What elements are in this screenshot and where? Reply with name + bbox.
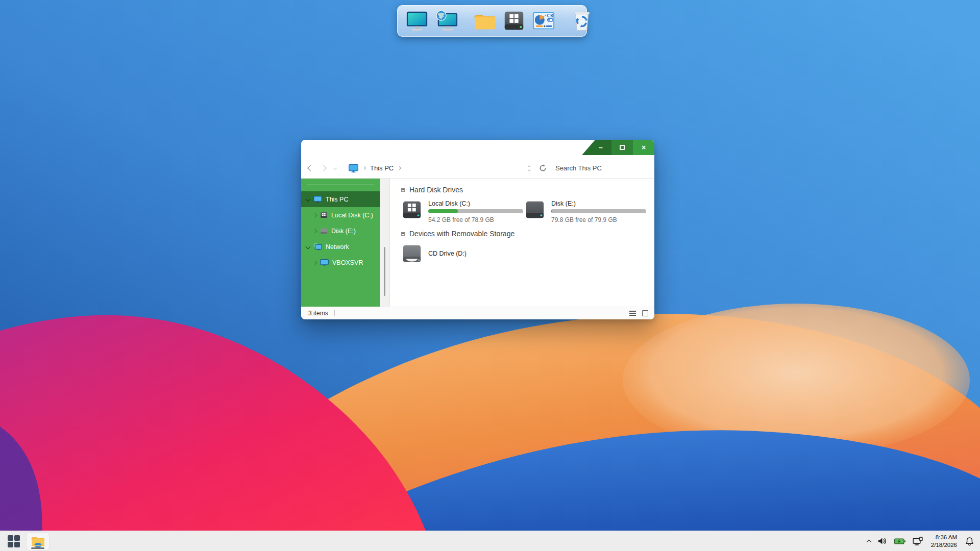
window-controls: – × [582,140,654,155]
address-dropdown-icon[interactable] [528,166,530,171]
scrollbar-thumb[interactable] [384,247,385,296]
drive-name: CD Drive (D:) [428,250,467,257]
sidebar-separator [307,185,374,185]
sidebar-item-disk-e[interactable]: Disk (E:) [301,223,380,239]
statusbar: 3 items [301,307,654,319]
chevron-right-icon[interactable] [313,229,317,233]
drive-name: Disk (E:) [551,200,646,207]
sidebar-item-label: Local Disk (C:) [331,212,373,219]
capacity-bar-fill [428,209,458,213]
windows-grid-icon [8,535,20,547]
network-monitor-icon [313,243,322,251]
drive-details: Local Disk (C:) 54.2 GB free of 78.9 GB [428,200,523,223]
drive-tile-disk-e[interactable]: Disk (E:) 79.8 GB free of 79.9 GB [524,200,647,223]
chevron-down-icon[interactable] [306,197,311,202]
free-space-label: 79.8 GB free of 79.9 GB [551,216,646,223]
status-divider [334,310,335,316]
chevron-right-icon[interactable] [313,260,317,264]
battery-charging-icon[interactable] [894,537,906,545]
capacity-bar [551,209,646,213]
breadcrumb-this-pc[interactable]: This PC [370,164,394,172]
breadcrumb-separator-icon [362,166,366,170]
section-removable-storage: Devices with Removable Storage [401,230,647,238]
sidebar-item-label: Network [326,243,349,251]
notifications-bell-icon[interactable] [965,537,974,546]
start-button[interactable] [5,533,22,550]
file-explorer-window: – × This PC [301,140,654,319]
breadcrumb-separator-icon [398,166,401,170]
chevron-right-icon[interactable] [313,213,317,217]
section-hard-disk-drives: Hard Disk Drives [401,186,647,194]
thumbnail-view-icon[interactable] [642,310,648,316]
monitor-icon [320,259,329,266]
search-input[interactable]: Search This PC [555,164,646,172]
capacity-bar [428,209,523,213]
view-toggles [629,310,648,316]
list-view-icon[interactable] [629,311,636,316]
control-panel-icon[interactable] [532,9,555,33]
recent-locations-chevron-icon[interactable] [333,166,337,170]
sidebar-item-label: VBOXSVR [332,259,363,266]
chevron-down-icon[interactable] [306,244,311,249]
drive-tile-cd-d[interactable]: CD Drive (D:) [401,244,531,263]
volume-icon[interactable] [877,537,887,545]
section-title: Devices with Removable Storage [409,230,514,238]
drive-name: Local Disk (C:) [428,200,523,207]
window-body: This PC Local Disk (C:) [301,179,654,307]
sidebar-item-network[interactable]: Network [301,239,380,255]
clock-date: 2/18/2026 [931,541,957,549]
clock-time: 8:36 AM [931,534,957,541]
hard-disk-tiles: Local Disk (C:) 54.2 GB free of 78.9 GB [401,200,647,223]
hidden-icons-chevron-icon[interactable] [866,540,871,545]
drive-tile-local-disk-c[interactable]: Local Disk (C:) 54.2 GB free of 78.9 GB [401,200,524,223]
drive-icon [320,228,328,234]
system-tray: 8:36 AM 2/18/2026 [867,534,974,549]
taskbar-clock[interactable]: 8:36 AM 2/18/2026 [931,534,957,549]
drives-pane: Hard Disk Drives [390,179,654,307]
items-count: 3 items [308,310,328,317]
sidebar-item-local-disk-c[interactable]: Local Disk (C:) [301,207,380,223]
dock [397,5,587,37]
forward-button[interactable] [320,165,327,171]
sidebar-item-label: Disk (E:) [331,228,356,235]
drive-windows-icon [320,212,328,218]
maximize-icon [620,145,625,150]
titlebar[interactable]: – × [301,140,654,158]
drive-icon [524,201,546,219]
desktop: – × This PC [0,0,980,551]
hard-drive-icon[interactable] [502,9,526,33]
sidebar-item-vboxsvr[interactable]: VBOXSVR [301,255,380,270]
close-button[interactable]: × [633,140,654,155]
removable-tiles: CD Drive (D:) [401,244,647,263]
refresh-icon[interactable] [538,164,547,172]
this-pc-monitor-icon [349,164,358,172]
breadcrumb[interactable]: This PC [349,164,401,172]
section-title: Hard Disk Drives [409,186,463,194]
network-globe-icon[interactable] [435,9,458,33]
taskbar: 8:36 AM 2/18/2026 [0,531,980,551]
computer-monitor-icon[interactable] [405,9,429,33]
sidebar-item-label: This PC [326,196,348,203]
monitor-icon [313,196,322,203]
drive-windows-icon [401,201,423,219]
capacity-bar-fill [551,209,552,213]
folder-icon[interactable] [474,9,496,33]
free-space-label: 54.2 GB free of 78.9 GB [428,216,523,223]
taskbar-file-explorer-button[interactable] [27,533,49,550]
running-indicator [31,547,44,549]
file-explorer-folder-icon [31,535,45,547]
minimize-button[interactable]: – [582,140,611,155]
sidebar-scrollbar[interactable] [380,179,390,307]
back-button[interactable] [307,165,314,171]
navigation-toolbar: This PC Search This PC [301,158,654,179]
cd-drive-icon [401,244,423,263]
group-collapse-icon[interactable] [401,188,405,192]
network-display-icon[interactable] [913,537,923,546]
maximize-button[interactable] [611,140,633,155]
group-collapse-icon[interactable] [401,232,405,236]
drive-details: Disk (E:) 79.8 GB free of 79.9 GB [551,200,646,223]
sidebar-tree: This PC Local Disk (C:) [301,179,380,307]
recycle-bin-icon[interactable] [571,9,593,33]
sidebar-item-this-pc[interactable]: This PC [301,191,380,207]
